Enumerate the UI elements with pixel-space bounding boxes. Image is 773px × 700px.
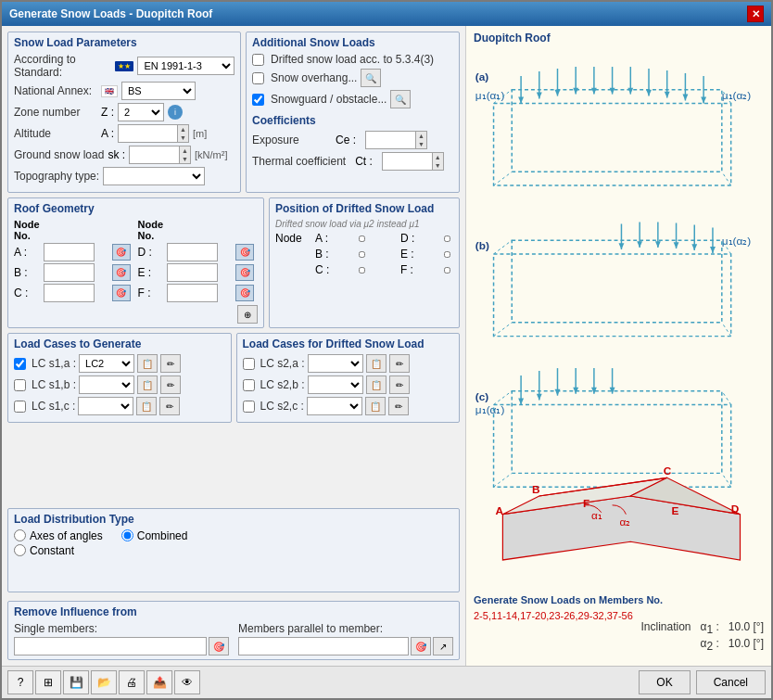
- standard-label: According to Standard:: [14, 53, 111, 79]
- lcs1b-edit-button[interactable]: ✏: [160, 375, 181, 394]
- position-drifted-note: Drifted snow load via μ2 instead μ1: [275, 219, 453, 229]
- close-button[interactable]: ✕: [747, 6, 764, 22]
- topography-select[interactable]: [103, 167, 205, 185]
- drifted-checkbox[interactable]: [252, 54, 264, 66]
- position-drifted-title: Position of Drifted Snow Load: [275, 202, 453, 215]
- zone-info-button[interactable]: i: [168, 105, 183, 120]
- axes-radio-item: Axes of angles: [14, 529, 103, 542]
- svg-marker-30: [701, 97, 706, 104]
- parallel-members-select-button[interactable]: 🎯: [411, 637, 431, 655]
- a-input[interactable]: 33: [44, 243, 95, 261]
- snowguard-checkbox[interactable]: [252, 94, 264, 106]
- drift-b-checkbox[interactable]: [359, 248, 365, 261]
- geometry-extra-button[interactable]: ⊕: [237, 305, 258, 324]
- lcs2c-edit-button[interactable]: ✏: [388, 397, 409, 415]
- lcs2c-select[interactable]: [307, 397, 362, 415]
- cancel-button[interactable]: Cancel: [696, 670, 766, 694]
- thermal-row: Thermal coefficient Ct : 1.000 ▲▼: [252, 152, 453, 171]
- lcs1b-copy-button[interactable]: 📋: [137, 375, 158, 394]
- lcs2b-edit-button[interactable]: ✏: [389, 375, 410, 394]
- toolbar-help-button[interactable]: ?: [7, 670, 33, 694]
- toolbar-export-button[interactable]: 📤: [146, 670, 172, 694]
- e-node-button[interactable]: 🎯: [235, 264, 254, 281]
- ok-button[interactable]: OK: [639, 670, 690, 694]
- toolbar-eye-button[interactable]: 👁: [174, 670, 200, 694]
- lcs2b-checkbox[interactable]: [243, 379, 255, 391]
- combined-radio[interactable]: [121, 529, 133, 541]
- axes-radio[interactable]: [14, 529, 26, 541]
- thermal-spin-buttons[interactable]: ▲▼: [433, 152, 444, 171]
- thermal-input[interactable]: 1.000: [382, 152, 433, 171]
- b-input[interactable]: 2: [44, 263, 95, 282]
- exposure-spinner: 1.000 ▲▼: [365, 131, 427, 149]
- lcs1a-select[interactable]: LC2: [79, 354, 134, 373]
- lcs2b-copy-button[interactable]: 📋: [366, 375, 386, 394]
- lcs1b-checkbox[interactable]: [14, 379, 26, 391]
- d-node-button[interactable]: 🎯: [235, 244, 254, 261]
- lcs2a-edit-button[interactable]: ✏: [389, 354, 410, 373]
- lcs1a-checkbox[interactable]: [14, 358, 26, 370]
- snowguard-label: Snowguard / obstacle...: [271, 93, 386, 106]
- overhang-settings-button[interactable]: 🔍: [361, 69, 381, 87]
- national-annex-select[interactable]: BS: [121, 82, 196, 100]
- standard-select[interactable]: EN 1991-1-3: [137, 57, 234, 75]
- drift-d-checkbox[interactable]: [444, 233, 450, 245]
- toolbar-print-button[interactable]: 🖨: [119, 670, 145, 694]
- svg-text:(c): (c): [475, 390, 489, 403]
- lcs2c-copy-button[interactable]: 📋: [365, 397, 386, 415]
- mid-sections: Roof Geometry Node No. Node No. A : 33 🎯…: [7, 197, 460, 328]
- lcs1c-checkbox[interactable]: [14, 401, 26, 413]
- lcs1b-select[interactable]: [79, 375, 134, 394]
- alpha2-value: 10.0 [°]: [729, 637, 764, 650]
- altitude-row: Altitude A : 100.000 ▲▼ [m]: [14, 124, 234, 143]
- d-input[interactable]: 6: [167, 243, 218, 261]
- ground-snow-spin-buttons[interactable]: ▲▼: [180, 146, 191, 164]
- a-node-button[interactable]: 🎯: [112, 244, 131, 261]
- toolbar-folder-button[interactable]: 📂: [91, 670, 117, 694]
- exposure-spin-buttons[interactable]: ▲▼: [416, 131, 427, 149]
- lcs1c-copy-button[interactable]: 📋: [136, 397, 157, 415]
- single-members-input[interactable]: [14, 637, 207, 655]
- lcs2b-select[interactable]: [308, 375, 363, 394]
- b-node-button[interactable]: 🎯: [112, 264, 131, 281]
- svg-line-8: [722, 172, 731, 185]
- drift-e-checkbox[interactable]: [444, 248, 450, 261]
- distribution-section: Load Distribution Type Axes of angles Co…: [7, 508, 460, 593]
- drift-f-checkbox[interactable]: [444, 264, 450, 276]
- toolbar-save-button[interactable]: 💾: [63, 670, 89, 694]
- e-input[interactable]: 37: [167, 263, 218, 282]
- lcs1a-edit-button[interactable]: ✏: [160, 354, 181, 373]
- altitude-spin-buttons[interactable]: ▲▼: [178, 124, 189, 143]
- single-members-select-button[interactable]: 🎯: [209, 637, 229, 655]
- svg-text:(b): (b): [475, 239, 489, 252]
- exposure-input[interactable]: 1.000: [365, 131, 416, 149]
- drift-c-checkbox[interactable]: [359, 264, 365, 276]
- constant-radio[interactable]: [14, 544, 26, 556]
- svg-marker-64: [555, 389, 561, 396]
- svg-marker-60: [518, 399, 524, 405]
- altitude-input[interactable]: 100.000: [118, 124, 178, 143]
- svg-marker-22: [627, 88, 633, 95]
- lcs2a-select[interactable]: [308, 354, 363, 373]
- ground-snow-input[interactable]: 0.40: [129, 146, 180, 164]
- c-node-button[interactable]: 🎯: [112, 285, 131, 301]
- f-input[interactable]: 35: [167, 284, 218, 302]
- lcs2a-checkbox[interactable]: [243, 358, 255, 370]
- zone-select[interactable]: 2: [118, 103, 164, 121]
- parallel-members-action-button[interactable]: ↗: [433, 637, 453, 655]
- c-input[interactable]: 4: [44, 284, 95, 302]
- drift-a-checkbox[interactable]: [359, 233, 365, 245]
- distribution-title: Load Distribution Type: [14, 513, 453, 526]
- lcs2a-copy-button[interactable]: 📋: [366, 354, 386, 373]
- lcs1c-edit-button[interactable]: ✏: [159, 397, 180, 415]
- f-node-button[interactable]: 🎯: [235, 285, 254, 301]
- lcs1a-copy-button[interactable]: 📋: [137, 354, 158, 373]
- svg-marker-10: [518, 97, 524, 104]
- drift-c-label: C :: [315, 263, 356, 276]
- parallel-members-input[interactable]: 51: [238, 637, 409, 655]
- overhang-checkbox[interactable]: [252, 72, 264, 84]
- lcs1c-select[interactable]: [78, 397, 133, 415]
- toolbar-table-button[interactable]: ⊞: [35, 670, 61, 694]
- lcs2c-checkbox[interactable]: [243, 401, 255, 413]
- snowguard-settings-button[interactable]: 🔍: [390, 90, 411, 108]
